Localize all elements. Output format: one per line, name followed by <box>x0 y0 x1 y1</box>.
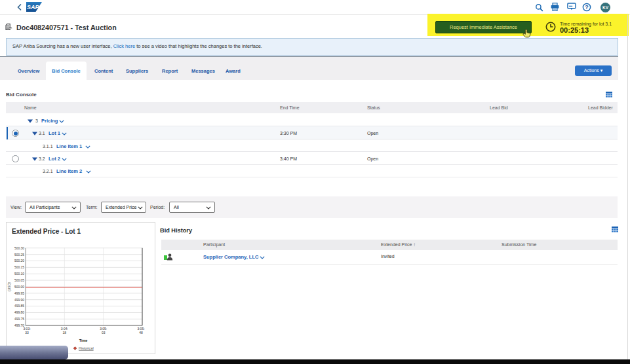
svg-text:500.25: 500.25 <box>14 253 24 257</box>
svg-text:500.15: 500.15 <box>14 266 24 269</box>
svg-text:500.05: 500.05 <box>14 279 24 282</box>
svg-text:03: 03 <box>102 331 106 335</box>
svg-text:?: ? <box>585 4 589 10</box>
svg-text:48: 48 <box>139 331 143 335</box>
svg-text:500.10: 500.10 <box>14 272 24 276</box>
svg-text:(USD): (USD) <box>7 282 11 291</box>
svg-text:499.95: 499.95 <box>14 292 24 295</box>
svg-text:500.30: 500.30 <box>14 247 24 250</box>
svg-text:500.00: 500.00 <box>14 285 24 289</box>
svg-text:500.20: 500.20 <box>14 259 24 263</box>
svg-text:Historical: Historical <box>79 346 94 350</box>
svg-text:499.85: 499.85 <box>14 304 24 308</box>
svg-text:499.80: 499.80 <box>14 311 24 314</box>
svg-text:33: 33 <box>25 331 29 335</box>
svg-text:18: 18 <box>63 331 67 335</box>
svg-text:499.90: 499.90 <box>14 299 24 302</box>
svg-text:SAP: SAP <box>27 4 40 10</box>
svg-text:499.75: 499.75 <box>14 318 24 321</box>
svg-text:Time: Time <box>79 338 88 342</box>
